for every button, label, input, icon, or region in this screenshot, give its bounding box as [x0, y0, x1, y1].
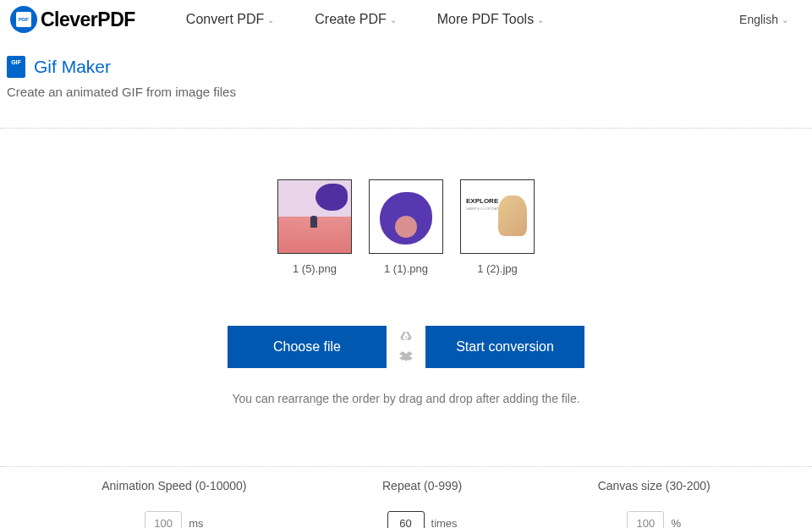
gif-file-icon	[7, 56, 25, 78]
page-title: Gif Maker	[34, 57, 111, 77]
setting-canvas-size: Canvas size (30-200) %	[598, 479, 710, 528]
thumb3-heading: EXPLORE	[466, 197, 529, 205]
thumbnail-list: 1 (5).png 1 (1).png EXPLORE SAMPLE ILLUS…	[0, 179, 812, 275]
language-selector[interactable]: English ⌄	[739, 13, 788, 26]
setting-animation-speed: Animation Speed (0-10000) ms	[102, 479, 246, 528]
nav-label: Create PDF	[315, 12, 386, 27]
chevron-down-icon: ⌄	[390, 15, 397, 25]
thumbnail-filename: 1 (1).png	[384, 262, 428, 275]
setting-label: Repeat (0-999)	[382, 479, 462, 492]
lang-label: English	[739, 13, 778, 26]
thumbnail-item[interactable]: 1 (1).png	[369, 179, 443, 275]
nav-label: More PDF Tools	[437, 12, 534, 27]
google-drive-icon[interactable]	[398, 330, 414, 344]
setting-label: Canvas size (30-200)	[598, 479, 710, 492]
thumbnail-item[interactable]: EXPLORE SAMPLE ILLUSTRATION 1 (2).jpg	[460, 179, 535, 275]
choose-file-button[interactable]: Choose file	[228, 326, 387, 368]
action-buttons: Choose file Start conversion	[0, 326, 812, 368]
chevron-down-icon: ⌄	[537, 15, 544, 25]
repeat-input[interactable]	[387, 511, 425, 528]
thumb3-subtext: SAMPLE ILLUSTRATION	[466, 206, 529, 211]
logo-icon	[10, 6, 37, 33]
setting-input-group: %	[627, 511, 681, 528]
logo-text: CleverPDF	[41, 8, 135, 31]
thumbnail-filename: 1 (2).jpg	[477, 262, 518, 275]
thumbnail-image	[369, 179, 443, 254]
cloud-upload-icons	[398, 330, 414, 364]
canvas-size-input[interactable]	[627, 511, 664, 528]
chevron-down-icon: ⌄	[782, 15, 788, 25]
setting-unit: ms	[189, 517, 203, 529]
setting-label: Animation Speed (0-10000)	[102, 479, 246, 492]
settings-row: Animation Speed (0-10000) ms Repeat (0-9…	[0, 467, 812, 528]
thumbnail-image: EXPLORE SAMPLE ILLUSTRATION	[460, 179, 535, 254]
page-subtitle: Create an animated GIF from image files	[7, 85, 805, 99]
setting-unit: times	[431, 517, 458, 529]
page-header: Gif Maker Create an animated GIF from im…	[0, 39, 812, 99]
logo[interactable]: CleverPDF	[10, 6, 135, 33]
nav-more-tools[interactable]: More PDF Tools ⌄	[437, 12, 544, 27]
nav-convert-pdf[interactable]: Convert PDF ⌄	[186, 12, 274, 27]
setting-repeat: Repeat (0-999) times	[382, 479, 462, 528]
start-conversion-button[interactable]: Start conversion	[425, 326, 584, 368]
setting-input-group: times	[387, 511, 458, 528]
setting-unit: %	[671, 517, 681, 529]
main-content: 1 (5).png 1 (1).png EXPLORE SAMPLE ILLUS…	[0, 129, 812, 439]
speed-input[interactable]	[145, 511, 182, 528]
thumbnail-item[interactable]: 1 (5).png	[277, 179, 352, 275]
thumbnail-filename: 1 (5).png	[293, 262, 337, 275]
dropbox-icon[interactable]	[398, 350, 414, 364]
drag-drop-hint: You can rearrange the order by drag and …	[0, 392, 812, 405]
chevron-down-icon: ⌄	[267, 15, 274, 25]
nav-label: Convert PDF	[186, 12, 264, 27]
nav-create-pdf[interactable]: Create PDF ⌄	[315, 12, 396, 27]
page-title-row: Gif Maker	[7, 56, 805, 78]
thumbnail-image	[277, 179, 352, 254]
setting-input-group: ms	[145, 511, 203, 528]
main-nav: Convert PDF ⌄ Create PDF ⌄ More PDF Tool…	[186, 12, 544, 27]
header: CleverPDF Convert PDF ⌄ Create PDF ⌄ Mor…	[0, 0, 812, 39]
